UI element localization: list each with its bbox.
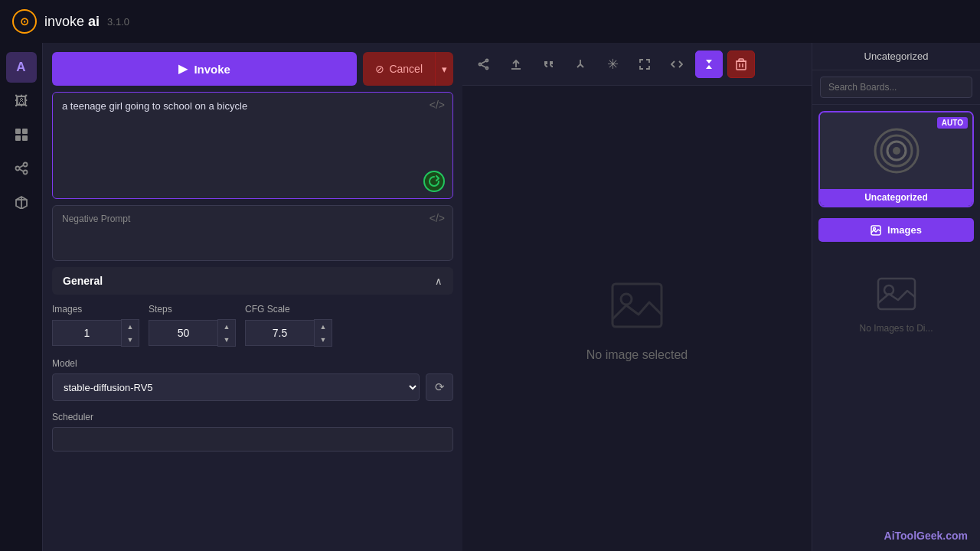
steps-spin-down[interactable]: ▼ [218, 333, 235, 346]
negative-prompt-input[interactable] [62, 227, 443, 250]
svg-point-14 [479, 63, 482, 65]
svg-point-5 [23, 163, 27, 167]
steps-spin-up[interactable]: ▲ [218, 320, 235, 333]
model-select[interactable]: stable-diffusion-RV5 [52, 373, 420, 401]
expand-button[interactable] [631, 51, 658, 78]
hourglass-button[interactable] [695, 51, 723, 78]
steps-input-group: ▲ ▼ [149, 319, 236, 347]
no-images-area: No Images to Di... [812, 246, 980, 551]
left-panel: ▶ Invoke ⊘ Cancel ▾ </> [43, 43, 462, 551]
main-layout: A 🖼 [0, 43, 980, 551]
svg-point-28 [621, 294, 632, 305]
play-icon: ▶ [178, 62, 188, 76]
negative-prompt-code-icon[interactable]: </> [430, 212, 445, 224]
cfg-scale-input[interactable] [245, 320, 314, 346]
sidebar-item-gallery[interactable]: 🖼 [6, 86, 37, 116]
board-auto-badge: AUTO [937, 117, 968, 129]
cfg-scale-input-group: ▲ ▼ [245, 319, 332, 347]
svg-line-16 [482, 65, 486, 67]
svg-rect-35 [878, 279, 915, 309]
svg-point-12 [486, 59, 488, 61]
images-tab-button[interactable]: Images [818, 218, 974, 242]
svg-rect-3 [22, 135, 28, 141]
cfg-spin-up[interactable]: ▲ [315, 320, 332, 333]
svg-point-34 [874, 227, 876, 230]
svg-line-8 [19, 169, 23, 171]
cancel-dropdown-button[interactable]: ▾ [435, 52, 453, 86]
cfg-scale-param: CFG Scale ▲ ▼ [245, 304, 332, 347]
branch-button[interactable] [567, 51, 594, 78]
cfg-spin-down[interactable]: ▼ [315, 333, 332, 346]
model-label: Model [52, 358, 77, 369]
app-title: invoke ai [44, 14, 100, 30]
images-spinner: ▲ ▼ [121, 319, 139, 347]
images-spin-up[interactable]: ▲ [122, 320, 139, 333]
quote-icon [542, 58, 554, 70]
images-spin-down[interactable]: ▼ [122, 333, 139, 346]
cfg-spinner: ▲ ▼ [314, 319, 332, 347]
images-param: Images ▲ ▼ [52, 304, 139, 347]
code-button[interactable] [663, 51, 691, 78]
refresh-icon: ⟳ [435, 380, 445, 394]
general-section-header[interactable]: General ∧ [52, 267, 453, 295]
text-icon: A [16, 60, 25, 75]
delete-button[interactable] [727, 51, 755, 78]
sidebar-item-package[interactable] [6, 187, 37, 217]
steps-label: Steps [149, 304, 236, 315]
no-image-icon [606, 275, 668, 336]
steps-input[interactable] [149, 320, 217, 346]
svg-point-32 [893, 147, 900, 155]
right-panel: Uncategorized AUTO Uncategorized [812, 43, 980, 551]
board-card-label: Uncategorized [820, 189, 972, 206]
images-input-group: ▲ ▼ [52, 319, 139, 347]
app-version: 3.1.0 [107, 16, 129, 28]
share-button[interactable] [470, 51, 498, 78]
images-input[interactable] [52, 320, 121, 346]
search-boards-input[interactable] [820, 77, 972, 98]
sidebar-item-nodes[interactable] [6, 153, 37, 184]
sidebar-item-text[interactable]: A [6, 52, 37, 83]
cancel-button[interactable]: ⊘ Cancel [363, 52, 435, 86]
sidebar-item-grid[interactable] [6, 119, 37, 150]
share-icon [478, 58, 490, 70]
svg-rect-1 [22, 129, 28, 134]
svg-line-7 [19, 165, 23, 168]
prompt-input[interactable] [62, 100, 443, 177]
quote-button[interactable] [534, 51, 562, 78]
upload-button[interactable] [502, 51, 530, 78]
prompt-box: </> [52, 92, 453, 199]
board-circle-icon [872, 126, 921, 175]
negative-prompt-box: Negative Prompt </> [52, 205, 453, 261]
svg-rect-0 [15, 129, 21, 134]
sidebar-icons: A 🖼 [0, 43, 43, 551]
delete-icon [736, 58, 746, 70]
spin-icon [428, 175, 440, 187]
invoke-button[interactable]: ▶ Invoke [52, 52, 357, 86]
scheduler-group: Scheduler [52, 412, 453, 452]
general-section-content: Images ▲ ▼ Steps [52, 295, 453, 461]
upload-icon [510, 58, 522, 70]
asterisk-button[interactable]: ✳ [599, 51, 626, 78]
center-panel: ✳ [462, 43, 812, 551]
images-tab-icon [871, 225, 881, 236]
no-images-text: No Images to Di... [859, 323, 933, 334]
gallery-icon: 🖼 [15, 93, 28, 109]
grid-icon [15, 128, 28, 142]
asterisk-icon: ✳ [607, 56, 619, 73]
center-toolbar: ✳ [462, 43, 812, 86]
model-group: Model stable-diffusion-RV5 ⟳ [52, 357, 453, 401]
svg-point-13 [486, 67, 488, 69]
cfg-scale-label: CFG Scale [245, 304, 332, 315]
negative-prompt-label: Negative Prompt [62, 214, 443, 224]
refresh-model-button[interactable]: ⟳ [426, 373, 453, 401]
model-row: stable-diffusion-RV5 ⟳ [52, 373, 453, 401]
titlebar: ⊙ invoke ai 3.1.0 [0, 0, 980, 43]
hourglass-icon [703, 58, 715, 70]
board-card[interactable]: AUTO Uncategorized [818, 111, 974, 207]
code-icon [671, 58, 683, 70]
prompt-spin-button[interactable] [423, 171, 445, 192]
svg-line-15 [482, 61, 486, 64]
invoke-toolbar: ▶ Invoke ⊘ Cancel ▾ [52, 52, 453, 86]
prompt-code-icon[interactable]: </> [430, 99, 445, 111]
general-title: General [63, 275, 103, 287]
